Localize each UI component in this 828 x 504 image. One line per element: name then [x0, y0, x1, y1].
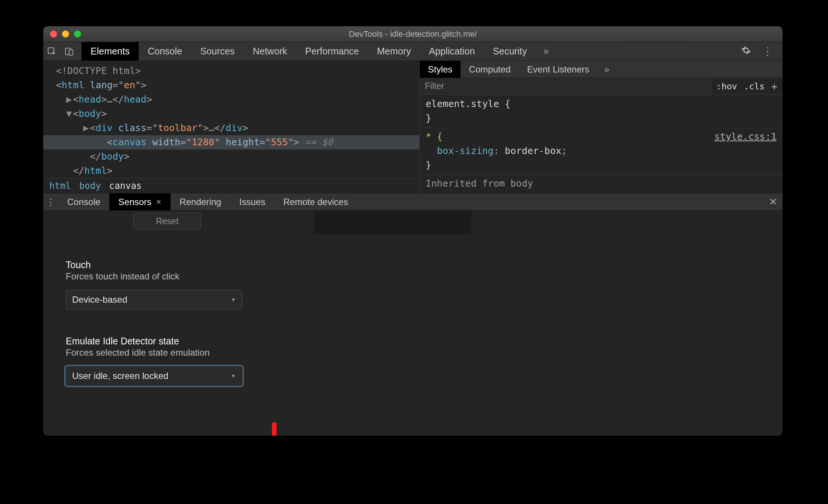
styles-tab-styles[interactable]: Styles: [420, 61, 461, 78]
dom-tree[interactable]: <!DOCTYPE html><html lang="en"> ▶<head>……: [43, 61, 419, 178]
css-value[interactable]: border-box: [505, 145, 562, 156]
touch-section-subtitle: Forces touch instead of click: [66, 271, 760, 282]
styles-tab-event-listeners[interactable]: Event Listeners: [519, 61, 597, 78]
drawer-tab-console[interactable]: Console: [58, 193, 109, 210]
main-tab-strip: Elements Console Sources Network Perform…: [43, 42, 783, 61]
chevron-down-icon: ▼: [231, 297, 236, 303]
dom-tree-row[interactable]: ▼<body>: [49, 107, 416, 121]
drawer-tab-remote-devices[interactable]: Remote devices: [274, 193, 357, 210]
css-property[interactable]: box-sizing: [437, 145, 494, 156]
tab-performance[interactable]: Performance: [296, 42, 368, 60]
tab-memory[interactable]: Memory: [368, 42, 420, 60]
tab-console[interactable]: Console: [139, 42, 191, 60]
touch-select[interactable]: Device-based ▼: [66, 290, 242, 309]
dom-tree-row[interactable]: ▶<head>…</head>: [49, 92, 416, 107]
close-window-button[interactable]: [50, 30, 57, 38]
drawer-tab-rendering[interactable]: Rendering: [171, 193, 230, 210]
styles-body[interactable]: element.style { } style.css:1 * { box-si…: [420, 95, 783, 193]
breadcrumb-item[interactable]: canvas: [109, 181, 142, 191]
chevron-down-icon: ▼: [231, 373, 236, 379]
new-style-rule-icon[interactable]: +: [771, 81, 777, 92]
window-title: DevTools - idle-detection.glitch.me/: [43, 29, 783, 39]
idle-state-select-value: User idle, screen locked: [72, 371, 168, 381]
styles-filter-input[interactable]: [420, 78, 711, 94]
inspect-element-icon[interactable]: [43, 42, 60, 60]
dom-tree-row[interactable]: <html lang="en">: [49, 78, 416, 92]
idle-section-subtitle: Forces selected idle state emulation: [66, 347, 760, 358]
tab-elements[interactable]: Elements: [82, 42, 139, 60]
dom-tree-row[interactable]: ▶<div class="toolbar">…</div>: [49, 121, 416, 135]
dom-tree-row[interactable]: </html>: [49, 164, 416, 178]
tab-sources[interactable]: Sources: [191, 42, 244, 60]
idle-state-select[interactable]: User idle, screen locked ▼: [66, 366, 242, 386]
tab-network[interactable]: Network: [244, 42, 296, 60]
drawer-tab-issues[interactable]: Issues: [230, 193, 274, 210]
settings-icon[interactable]: [741, 45, 751, 57]
reset-button[interactable]: Reset: [133, 213, 201, 229]
elements-panel: <!DOCTYPE html><html lang="en"> ▶<head>……: [43, 61, 783, 193]
style-rule[interactable]: element.style { }: [426, 97, 777, 125]
styles-tabs-overflow-icon[interactable]: »: [598, 61, 616, 78]
sensors-panel: Reset Touch Forces touch instead of clic…: [43, 211, 783, 436]
styles-tab-strip: Styles Computed Event Listeners »: [420, 61, 783, 78]
orientation-preview: [314, 211, 471, 234]
css-selector: * {: [426, 131, 443, 142]
idle-section-title: Emulate Idle Detector state: [66, 336, 760, 347]
close-icon[interactable]: ✕: [156, 198, 162, 206]
device-toolbar-icon[interactable]: [60, 42, 78, 60]
drawer: ⋮ Console Sensors✕ Rendering Issues Remo…: [43, 193, 783, 436]
devtools-window: DevTools - idle-detection.glitch.me/ Ele…: [43, 26, 783, 436]
dom-tree-row[interactable]: <canvas width="1280" height="555"> == $0: [43, 135, 419, 149]
kebab-menu-icon[interactable]: ⋮: [762, 45, 774, 57]
cls-toggle[interactable]: .cls: [744, 81, 765, 91]
dom-tree-row[interactable]: </body>: [49, 149, 416, 164]
styles-tab-computed[interactable]: Computed: [461, 61, 519, 78]
tab-security[interactable]: Security: [484, 42, 536, 60]
drawer-menu-icon[interactable]: ⋮: [43, 193, 58, 210]
zoom-window-button[interactable]: [74, 30, 81, 38]
touch-section-title: Touch: [66, 260, 760, 270]
drawer-tab-sensors[interactable]: Sensors✕: [109, 193, 171, 210]
inherited-from: Inherited from body: [426, 177, 777, 191]
dom-breadcrumb: html body canvas: [43, 178, 419, 193]
drawer-close-icon[interactable]: ✕: [764, 193, 783, 210]
hov-toggle[interactable]: :hov: [716, 81, 737, 91]
svg-rect-2: [69, 50, 73, 55]
rule-source-link[interactable]: style.css:1: [714, 130, 777, 144]
breadcrumb-item[interactable]: html: [49, 181, 71, 191]
tab-application[interactable]: Application: [420, 42, 484, 60]
titlebar: DevTools - idle-detection.glitch.me/: [43, 26, 783, 42]
dom-tree-row[interactable]: <!DOCTYPE html>: [49, 64, 416, 78]
tabs-overflow-icon[interactable]: »: [536, 42, 556, 60]
annotation-arrow-icon: [253, 420, 283, 436]
minimize-window-button[interactable]: [62, 30, 69, 38]
style-rule[interactable]: style.css:1 * { box-sizing: border-box; …: [426, 130, 777, 172]
styles-hov-cls[interactable]: :hov .cls +: [711, 78, 783, 94]
breadcrumb-item[interactable]: body: [79, 181, 101, 191]
traffic-lights: [43, 30, 81, 38]
touch-select-value: Device-based: [72, 294, 127, 305]
drawer-tab-strip: ⋮ Console Sensors✕ Rendering Issues Remo…: [43, 193, 783, 211]
css-brace: }: [426, 160, 431, 171]
